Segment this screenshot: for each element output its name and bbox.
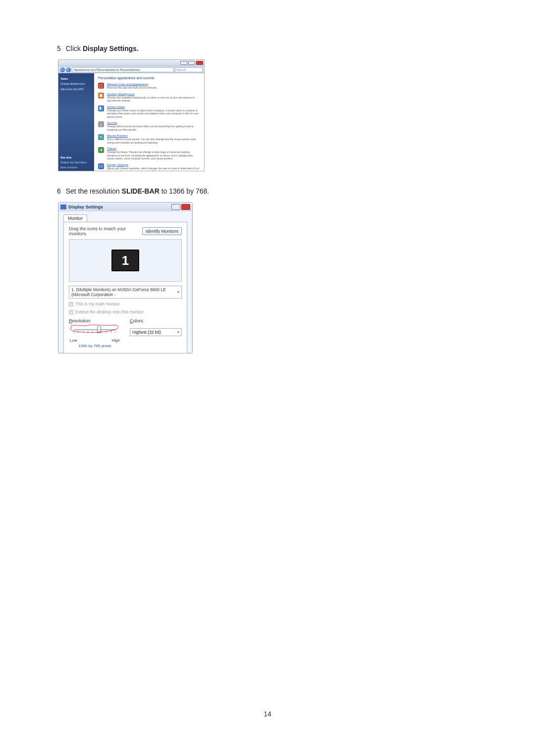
mouse-pointers-icon: ↖ [98,134,104,140]
personalization-item: ↖ Mouse Pointers Pick a different mouse … [98,134,200,144]
item-desc: Pick a different mouse pointer. You can … [107,138,200,144]
personalization-window: ‹ › Appearance and Personalization ▸ Per… [58,59,205,171]
content-heading: Personalize appearance and sounds [98,76,200,80]
personalization-item: ▣ Desktop Background Choose from availab… [98,93,200,102]
sidebar: Tasks Change desktop icons Adjust font s… [58,73,94,171]
theme-icon: ✦ [98,147,104,153]
item-desc: Adjust your monitor resolution, which ch… [107,167,200,171]
personalization-item: ◧ Screen Saver Change your screen saver … [98,105,200,119]
item-title[interactable]: Sounds [107,121,200,124]
colors-label: Colors: [130,318,182,323]
address-bar: ‹ › Appearance and Personalization ▸ Per… [58,66,204,73]
item-desc: Change your screen saver or adjust when … [107,109,200,119]
display-settings-dialog: Display Settings Monitor Drag the icons … [58,202,193,353]
tab-panel: Drag the icons to match your monitors. I… [63,222,187,353]
step-6-pre: Set the resolution [66,187,122,195]
monitor-arrangement-area[interactable]: 1 [69,239,182,282]
chevron-down-icon: ▾ [177,330,179,334]
personalization-item: ✦ Theme Change the theme. Themes can cha… [98,147,200,160]
step-5-text: 5 Click Display Settings. [57,45,478,52]
sidebar-seealso-link[interactable]: Ease of Access [60,166,92,169]
breadcrumb[interactable]: Appearance and Personalization ▸ Persona… [72,67,174,72]
tasks-heading: Tasks [60,77,92,80]
personalization-item: ▢ Window Color and Appearance Fine tune … [98,83,200,90]
item-desc: Fine tune the color and style of your wi… [107,86,200,90]
sidebar-seealso-link[interactable]: Taskbar and Start Menu [60,161,92,164]
extend-desktop-label: Extend the desktop onto this monitor [75,309,144,314]
forward-button[interactable]: › [66,67,71,72]
checkbox[interactable]: ✓ [69,302,73,306]
personalization-item: ♪ Sounds Change which sounds are heard w… [98,121,200,131]
step-5-number: 5 [57,45,61,52]
item-title[interactable]: Display Settings [107,163,200,166]
item-title[interactable]: Window Color and Appearance [107,83,200,86]
close-button[interactable] [181,204,190,210]
checkbox[interactable]: ✓ [69,310,73,314]
tab-monitor[interactable]: Monitor [63,214,87,222]
maximize-button[interactable] [188,61,195,65]
step-6-text: 6 Set the resolution SLIDE-BAR to 1366 b… [57,187,478,195]
step-6-bold: SLIDE-BAR [122,187,160,195]
colors-select[interactable]: Highest (32 bit) ▾ [130,328,182,336]
display-settings-icon: ▭ [98,163,104,169]
back-button[interactable]: ‹ [60,67,65,72]
seealso-heading: See also [60,156,92,159]
item-title[interactable]: Theme [107,147,200,150]
item-title[interactable]: Mouse Pointers [107,134,200,137]
identify-monitors-button[interactable]: Identify Monitors [142,227,182,235]
sidebar-link[interactable]: Change desktop icons [60,82,92,86]
search-box[interactable]: Search [175,67,203,72]
step-5-bold: Display Settings. [83,45,139,52]
main-monitor-checkbox-row: ✓ This is my main monitor [69,302,182,306]
dialog-titlebar: Display Settings [58,202,192,211]
item-desc: Change the theme. Themes can change a wi… [107,151,200,160]
monitor-1[interactable]: 1 [111,250,139,271]
item-title[interactable]: Desktop Background [107,93,200,96]
chevron-down-icon: ▾ [177,290,179,294]
item-title[interactable]: Screen Saver [107,105,200,108]
window-color-icon: ▢ [98,83,104,89]
personalization-item: ▭ Display Settings Adjust your monitor r… [98,163,200,171]
resolution-label: Resolution: [69,318,121,323]
step-6-post: to 1366 by 768. [160,187,209,195]
desktop-background-icon: ▣ [98,93,104,99]
main-monitor-label: This is my main monitor [75,302,120,306]
item-desc: Change which sounds are heard when you d… [107,125,200,131]
close-button[interactable] [196,61,203,65]
slider-value-label: 1366 by 768 pixels [69,344,121,348]
step-6-number: 6 [57,187,61,195]
content-area: Personalize appearance and sounds ▢ Wind… [94,73,204,171]
screen-saver-icon: ◧ [98,105,104,111]
page-number: 14 [57,710,478,718]
dialog-title: Display Settings [68,204,103,209]
sidebar-link[interactable]: Adjust font size (DPI) [60,88,92,91]
step-5-pre: Click [66,45,83,52]
sounds-icon: ♪ [98,121,104,127]
window-titlebar [58,60,204,66]
extend-desktop-checkbox-row: ✓ Extend the desktop onto this monitor [69,309,182,314]
drag-instruction: Drag the icons to match your monitors. [69,226,142,236]
minimize-button[interactable] [180,61,187,65]
item-desc: Choose from available backgrounds or col… [107,96,200,102]
monitor-select[interactable]: 1. (Multiple Monitors) on NVIDIA GeForce… [69,286,182,299]
resolution-slider[interactable] [69,324,121,339]
monitor-icon [60,204,66,209]
help-button[interactable] [171,204,180,210]
